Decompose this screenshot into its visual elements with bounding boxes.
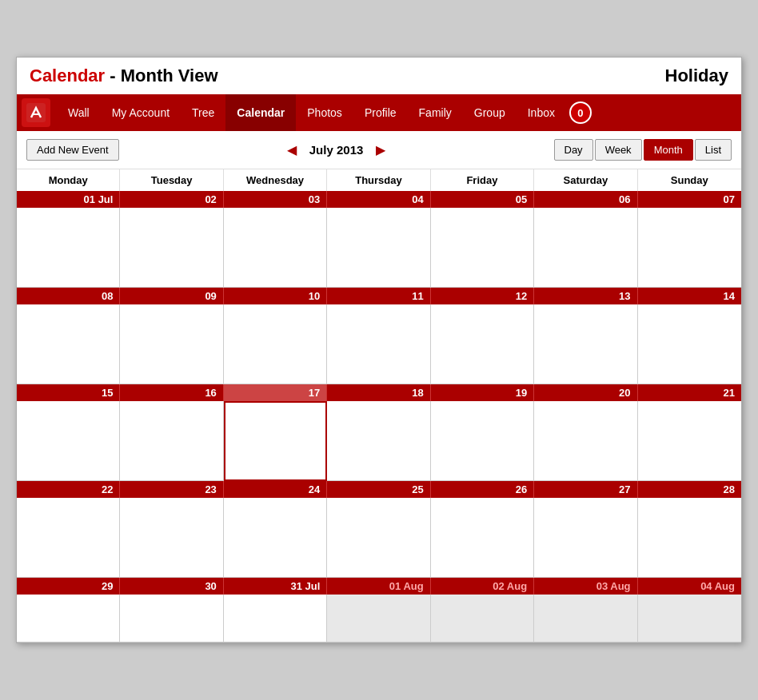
cell-11[interactable] [327, 304, 430, 384]
title-view: Month View [121, 66, 218, 86]
month-navigation: ◀ July 2013 ▶ [127, 141, 546, 159]
nav-item-calendar[interactable]: Calendar [225, 94, 296, 131]
cell-28[interactable] [638, 498, 741, 578]
cell-01[interactable] [17, 208, 120, 288]
cell-05[interactable] [431, 208, 534, 288]
view-btn-month[interactable]: Month [644, 139, 693, 161]
view-btn-week[interactable]: Week [595, 139, 642, 161]
nav-item-myaccount[interactable]: My Account [101, 94, 181, 131]
date-03aug[interactable]: 03 Aug [534, 578, 637, 595]
cell-30[interactable] [120, 595, 223, 642]
date-10[interactable]: 10 [224, 288, 327, 304]
date-11[interactable]: 11 [327, 288, 430, 304]
date-31jul[interactable]: 31 Jul [224, 578, 327, 595]
date-26[interactable]: 26 [431, 481, 534, 498]
cell-12[interactable] [431, 304, 534, 384]
week-5-cells [17, 595, 741, 642]
cell-19[interactable] [431, 401, 534, 481]
cell-04aug[interactable] [638, 595, 741, 642]
date-14[interactable]: 14 [638, 288, 741, 304]
cell-17[interactable] [224, 401, 327, 481]
cell-20[interactable] [534, 401, 637, 481]
date-01jul[interactable]: 01 Jul [17, 191, 120, 208]
cell-25[interactable] [327, 498, 430, 578]
cell-07[interactable] [638, 208, 741, 288]
date-04[interactable]: 04 [327, 191, 430, 208]
date-03[interactable]: 03 [224, 191, 327, 208]
cell-04[interactable] [327, 208, 430, 288]
nav-logo[interactable] [22, 98, 50, 127]
date-02aug[interactable]: 02 Aug [431, 578, 534, 595]
date-05[interactable]: 05 [431, 191, 534, 208]
date-08[interactable]: 08 [17, 288, 120, 304]
nav-item-photos[interactable]: Photos [296, 94, 353, 131]
date-07[interactable]: 07 [638, 191, 741, 208]
inbox-badge: 0 [569, 101, 592, 124]
cell-21[interactable] [638, 401, 741, 481]
current-month-label: July 2013 [309, 143, 364, 157]
add-event-button[interactable]: Add New Event [26, 139, 119, 161]
date-27[interactable]: 27 [534, 481, 637, 498]
prev-month-button[interactable]: ◀ [282, 141, 301, 159]
cell-03aug[interactable] [534, 595, 637, 642]
date-30[interactable]: 30 [120, 578, 223, 595]
date-20[interactable]: 20 [534, 384, 637, 401]
cell-24[interactable] [224, 498, 327, 578]
date-04aug[interactable]: 04 Aug [638, 578, 741, 595]
cell-06[interactable] [534, 208, 637, 288]
view-btn-day[interactable]: Day [554, 139, 593, 161]
date-02[interactable]: 02 [120, 191, 223, 208]
cell-15[interactable] [17, 401, 120, 481]
cell-27[interactable] [534, 498, 637, 578]
date-01aug[interactable]: 01 Aug [327, 578, 430, 595]
nav-item-wall[interactable]: Wall [57, 94, 101, 131]
cell-23[interactable] [120, 498, 223, 578]
nav-item-tree[interactable]: Tree [181, 94, 225, 131]
date-06[interactable]: 06 [534, 191, 637, 208]
date-12[interactable]: 12 [431, 288, 534, 304]
date-29[interactable]: 29 [17, 578, 120, 595]
day-header-tuesday: Tuesday [120, 169, 223, 191]
day-header-friday: Friday [431, 169, 534, 191]
title-bar: Calendar - Month View Holiday [17, 58, 741, 94]
nav-item-group[interactable]: Group [463, 94, 517, 131]
view-buttons: Day Week Month List [554, 139, 732, 161]
cell-10[interactable] [224, 304, 327, 384]
cell-29[interactable] [17, 595, 120, 642]
cell-31[interactable] [224, 595, 327, 642]
cell-08[interactable] [17, 304, 120, 384]
nav-item-profile[interactable]: Profile [353, 94, 408, 131]
cell-02[interactable] [120, 208, 223, 288]
cell-01aug[interactable] [327, 595, 430, 642]
date-16[interactable]: 16 [120, 384, 223, 401]
date-24[interactable]: 24 [224, 481, 327, 498]
cell-18[interactable] [327, 401, 430, 481]
date-17[interactable]: 17 [224, 384, 327, 401]
day-header-wednesday: Wednesday [224, 169, 327, 191]
cell-26[interactable] [431, 498, 534, 578]
cell-22[interactable] [17, 498, 120, 578]
cell-14[interactable] [638, 304, 741, 384]
view-btn-list[interactable]: List [695, 139, 732, 161]
date-09[interactable]: 09 [120, 288, 223, 304]
cell-13[interactable] [534, 304, 637, 384]
date-19[interactable]: 19 [431, 384, 534, 401]
cell-16[interactable] [120, 401, 223, 481]
date-28[interactable]: 28 [638, 481, 741, 498]
date-13[interactable]: 13 [534, 288, 637, 304]
date-22[interactable]: 22 [17, 481, 120, 498]
cell-02aug[interactable] [431, 595, 534, 642]
date-25[interactable]: 25 [327, 481, 430, 498]
week-5-header: 29 30 31 Jul 01 Aug 02 Aug 03 Aug 04 Aug [17, 578, 741, 595]
date-21[interactable]: 21 [638, 384, 741, 401]
nav-item-inbox[interactable]: Inbox [517, 94, 566, 131]
date-18[interactable]: 18 [327, 384, 430, 401]
date-15[interactable]: 15 [17, 384, 120, 401]
next-month-button[interactable]: ▶ [371, 141, 390, 159]
date-23[interactable]: 23 [120, 481, 223, 498]
cell-09[interactable] [120, 304, 223, 384]
cell-03[interactable] [224, 208, 327, 288]
app-container: Calendar - Month View Holiday Wall My Ac… [16, 57, 742, 643]
nav-bar: Wall My Account Tree Calendar Photos Pro… [17, 94, 741, 131]
nav-item-family[interactable]: Family [408, 94, 463, 131]
